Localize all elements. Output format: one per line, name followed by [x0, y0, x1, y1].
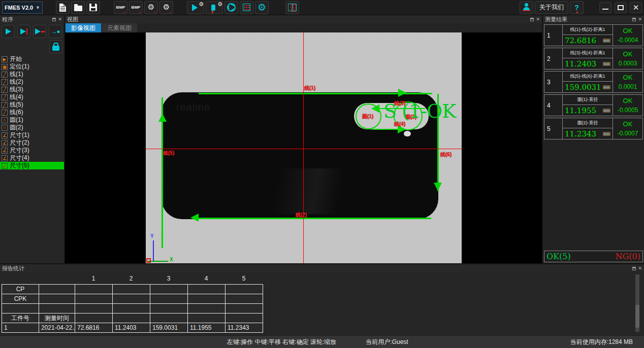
step-label: 圆(2)	[10, 124, 23, 131]
calibration-grid-button[interactable]	[240, 1, 253, 14]
line-icon: ╱	[2, 102, 8, 108]
program-step-selected[interactable]: ∠尺寸(5)	[0, 162, 64, 169]
status-badge: OK	[623, 74, 633, 81]
help-button[interactable]: ?	[570, 1, 584, 14]
window-controls: ✕	[599, 2, 642, 13]
step-label: 线(4)	[10, 93, 23, 101]
capture-settings-button[interactable]: ⚙	[206, 1, 223, 14]
close-icon: ✕	[633, 4, 639, 11]
table-cell	[150, 314, 187, 323]
result-row[interactable]: 5 圆(2)-直径 11.2343mm OK -0.0007	[544, 118, 643, 140]
table-cell	[113, 294, 150, 303]
program-step[interactable]: ○圆(1)	[0, 116, 64, 124]
table-cell	[226, 314, 263, 323]
about-label: 关于我们	[539, 3, 564, 12]
close-button[interactable]: ✕	[630, 2, 642, 13]
result-name: 线(5)-线(6)-距离1	[563, 72, 613, 82]
camera-image: realme 线(1) 线	[146, 32, 462, 263]
close-panel-icon[interactable]: ✕	[536, 17, 540, 22]
lock-icon	[52, 46, 59, 51]
new-file-button[interactable]	[56, 1, 70, 14]
arrow-right-icon	[398, 89, 406, 97]
goto-icon	[51, 28, 59, 35]
column-header: 1	[75, 275, 112, 282]
report-table: CP CPK 工件号 测量时间 1 2021-04-22... 72.6816 …	[2, 284, 263, 333]
close-panel-icon[interactable]: ✕	[638, 17, 642, 22]
dimension-icon: ∠	[2, 140, 8, 146]
tab-element-view[interactable]: 元素视图	[102, 23, 137, 32]
label-line-6: 线(6)	[440, 151, 452, 158]
result-index: 5	[544, 118, 563, 139]
program-step[interactable]: ∠尺寸(1)	[0, 131, 64, 139]
result-row[interactable]: 2 线(3)-线(4)-距离1 11.2403mm OK 0.0003	[544, 48, 643, 69]
image-canvas[interactable]: realme 线(1) 线	[65, 32, 542, 263]
bmp-import-button[interactable]: BMP →	[114, 1, 127, 14]
result-name: 线(1)-线(2)-距离1	[563, 25, 613, 35]
run-to-break-button[interactable]	[17, 25, 30, 38]
run-icon	[192, 4, 198, 11]
result-value: 72.6816	[565, 36, 596, 45]
export-program-button[interactable]: ⚙ →	[159, 1, 173, 14]
run-step-button[interactable]	[33, 25, 46, 38]
line-icon: ╱	[2, 94, 8, 100]
app-version-combo[interactable]: FMES V2.0 ▼	[2, 2, 43, 14]
program-step[interactable]: ╱线(2)	[0, 78, 64, 86]
pin-icon[interactable]	[632, 18, 636, 21]
pin-icon[interactable]	[52, 18, 56, 21]
maximize-icon	[618, 5, 624, 10]
import-program-button[interactable]: ⚙ →	[144, 1, 158, 14]
step-label: 定位(1)	[10, 63, 29, 71]
dimension-icon: ∠	[2, 155, 8, 161]
program-step[interactable]: ∠尺寸(4)	[0, 154, 64, 162]
program-step[interactable]: ╱线(6)	[0, 109, 64, 116]
view-tabs: 影像视图 元素视图	[65, 23, 542, 32]
program-step[interactable]: ∠尺寸(3)	[0, 147, 64, 154]
result-row[interactable]: 4 圆(1)-直径 11.1955mm OK -0.0005	[544, 94, 643, 116]
goto-button[interactable]	[49, 25, 62, 38]
about-button[interactable]: 关于我们	[535, 1, 568, 14]
dimension-icon: ∠	[2, 148, 8, 154]
report-panel: 报告统计 ✕ 1 2 3 4 5 CP CPK 工件号 测量时间 1	[0, 263, 644, 335]
run-button[interactable]	[2, 25, 15, 38]
result-row[interactable]: 3 线(5)-线(6)-距离1 159.0031mm OK 0.0001	[544, 71, 643, 93]
status-badge: OK	[623, 27, 633, 34]
program-step[interactable]: ╱线(1)	[0, 71, 64, 78]
minimize-button[interactable]	[599, 2, 611, 13]
program-step[interactable]: ∠尺寸(2)	[0, 139, 64, 147]
report-scrollbar[interactable]	[635, 274, 639, 332]
program-step[interactable]: ╱线(5)	[0, 101, 64, 109]
arrow-left-icon	[190, 214, 199, 222]
close-panel-icon[interactable]: ✕	[638, 266, 642, 271]
column-header: 4	[187, 275, 225, 282]
lock-button[interactable]	[49, 40, 62, 53]
program-step[interactable]: ▶开始	[0, 55, 64, 63]
program-step[interactable]: ▣定位(1)	[0, 63, 64, 71]
program-step[interactable]: ╱线(4)	[0, 93, 64, 101]
maximize-button[interactable]	[615, 2, 627, 13]
save-button[interactable]	[86, 1, 100, 14]
panel-layout-button[interactable]	[285, 1, 299, 14]
run-settings-button[interactable]: ⚙	[187, 1, 204, 14]
table-cell	[75, 294, 112, 303]
table-cell	[75, 285, 112, 294]
open-file-button[interactable]	[71, 1, 85, 14]
program-run-toolbar	[0, 23, 64, 39]
pin-icon[interactable]	[632, 267, 636, 270]
bmp-export-button[interactable]: BMP →	[129, 1, 143, 14]
app-title: FMES V2.0	[5, 5, 33, 11]
data-part-number: 1	[2, 323, 39, 332]
program-step[interactable]: ╱线(3)	[0, 86, 64, 93]
settings-button[interactable]: ⚙	[255, 1, 269, 14]
pin-icon[interactable]	[530, 18, 534, 21]
current-user: 当前用户:Guest	[366, 338, 408, 346]
tab-image-view[interactable]: 影像视图	[66, 23, 101, 32]
program-step[interactable]: ○圆(2)	[0, 124, 64, 131]
result-row[interactable]: 1 线(1)-线(2)-距离1 72.6816mm OK -0.0004	[544, 24, 643, 46]
user-button[interactable]	[520, 1, 533, 14]
gear-mini-icon: ⚙	[199, 2, 204, 7]
break-bar-icon	[26, 28, 27, 35]
close-panel-icon[interactable]: ✕	[58, 17, 62, 22]
aperture-button[interactable]	[224, 1, 238, 14]
dimension-icon: ∠	[2, 163, 8, 169]
step-label: 线(3)	[10, 86, 23, 93]
